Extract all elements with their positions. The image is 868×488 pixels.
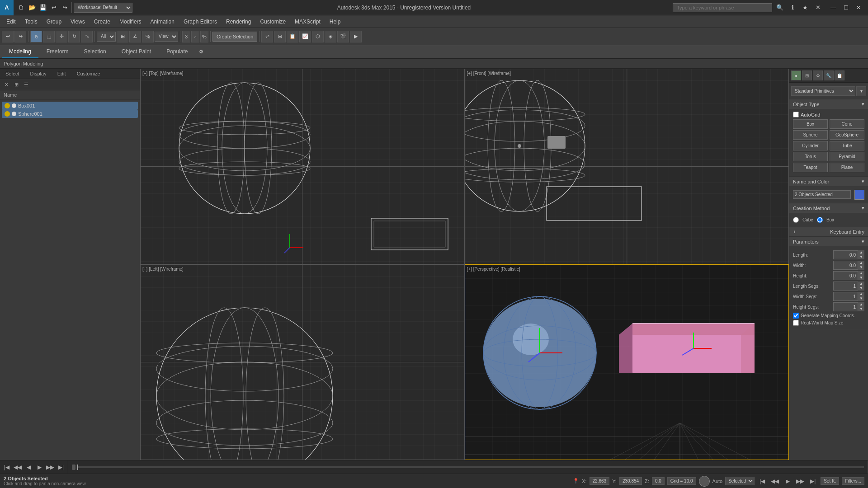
length-segs-down[interactable]: ▼ — [858, 286, 864, 291]
menu-item-edit[interactable]: Edit — [2, 17, 20, 27]
menu-item-create[interactable]: Create — [90, 17, 115, 27]
height-up[interactable]: ▲ — [858, 271, 864, 276]
menu-item-graph-editors[interactable]: Graph Editors — [179, 17, 222, 27]
length-up[interactable]: ▲ — [858, 250, 864, 255]
viewport-perspective[interactable]: [+] [Perspective] [Realistic] — [465, 264, 789, 460]
box-radio[interactable] — [817, 217, 823, 223]
info-button[interactable]: ℹ — [787, 3, 798, 13]
selected-dropdown[interactable]: Selected — [725, 477, 755, 485]
scale-button[interactable]: ⤡ — [81, 31, 93, 42]
keyboard-entry-header[interactable]: + Keyboard Entry — [789, 227, 868, 236]
pyramid-button[interactable]: Pyramid — [830, 152, 864, 161]
rp-icon4[interactable]: 🔧 — [824, 70, 834, 80]
viewport-left[interactable]: [+] [Left] [Wireframe] — [140, 264, 465, 460]
menu-item-customize[interactable]: Customize — [255, 17, 290, 27]
snap-toggle-button[interactable]: ⊞ — [117, 31, 128, 42]
star-button[interactable]: ★ — [799, 3, 811, 13]
cone-button[interactable]: Cone — [830, 119, 864, 129]
object-name-input[interactable] — [793, 190, 851, 199]
tab-object-paint[interactable]: Object Paint — [114, 46, 158, 58]
rp-icon1[interactable]: ● — [791, 70, 801, 80]
timeline-track[interactable] — [68, 460, 868, 474]
width-up[interactable]: ▲ — [858, 261, 864, 265]
plane-button[interactable]: Plane — [830, 163, 864, 172]
rotate-button[interactable]: ↻ — [68, 31, 80, 42]
tabbar-extra-icon[interactable]: ⚙ — [196, 47, 206, 56]
length-input[interactable] — [833, 250, 858, 259]
creation-method-header[interactable]: Creation Method ▾ — [789, 203, 868, 213]
teapot-button[interactable]: Teapot — [793, 163, 828, 172]
height-segs-up[interactable]: ▲ — [858, 302, 864, 307]
box-button[interactable]: Box — [793, 119, 828, 129]
sphere-button[interactable]: Sphere — [793, 130, 828, 140]
viewport-front[interactable]: [+] [Front] [Wireframe] — [465, 69, 789, 264]
parameters-header[interactable]: Parameters ▾ — [789, 237, 868, 246]
name-color-header[interactable]: Name and Color ▾ — [789, 177, 868, 186]
save-button[interactable]: 💾 — [38, 3, 48, 13]
standard-primitives-dropdown[interactable]: Standard Primitives — [791, 86, 855, 96]
lp-tab-display[interactable]: Display — [25, 69, 52, 79]
width-input[interactable] — [833, 261, 858, 270]
tl-prev-key[interactable]: ◀◀ — [13, 462, 23, 472]
rp-icon5[interactable]: 📋 — [835, 70, 844, 80]
angle-snap-button[interactable]: ∠ — [129, 31, 141, 42]
height-segs-down[interactable]: ▼ — [858, 307, 864, 311]
schematic-button[interactable]: ⬡ — [312, 31, 324, 42]
color-swatch[interactable] — [854, 190, 864, 200]
lp-tab-edit[interactable]: Edit — [52, 69, 71, 79]
workspace-dropdown[interactable]: Workspace: Default — [74, 3, 132, 13]
torus-button[interactable]: Torus — [793, 152, 828, 161]
tl-next-key[interactable]: ▶▶ — [45, 462, 55, 472]
move-button[interactable]: ✛ — [56, 31, 67, 42]
scene-item-sphere001[interactable]: Sphere001 — [2, 110, 138, 118]
tab-modeling[interactable]: Modeling — [2, 46, 38, 58]
lp-expand-button[interactable]: ⊞ — [12, 80, 21, 89]
tl-prev-frame[interactable]: |◀ — [2, 462, 12, 472]
maximize-button[interactable]: ☐ — [840, 3, 852, 12]
geosphere-button[interactable]: GeoSphere — [830, 130, 864, 140]
tab-freeform[interactable]: Freeform — [39, 46, 76, 58]
tl-play-back[interactable]: ◀ — [24, 462, 33, 472]
view-dropdown[interactable]: View — [155, 32, 178, 42]
lp-options-button[interactable]: ☰ — [22, 80, 31, 89]
num-dot-button[interactable]: ₙ — [191, 31, 199, 42]
undo-button[interactable]: ↩ — [49, 3, 59, 13]
tl-next-frame[interactable]: ▶| — [56, 462, 66, 472]
play-status[interactable]: ▶ — [783, 476, 793, 486]
layer-button[interactable]: 📋 — [287, 31, 298, 42]
close-button[interactable]: ✕ — [853, 3, 864, 12]
menu-item-modifiers[interactable]: Modifiers — [115, 17, 146, 27]
width-segs-down[interactable]: ▼ — [858, 296, 864, 301]
menu-item-maxscript[interactable]: MAXScript — [290, 17, 325, 27]
menu-item-group[interactable]: Group — [42, 17, 66, 27]
height-input[interactable] — [833, 271, 858, 280]
prev-key-status[interactable]: ◀◀ — [770, 476, 780, 486]
align-button[interactable]: ⊟ — [274, 31, 286, 42]
tab-selection[interactable]: Selection — [76, 46, 113, 58]
rp-icon2[interactable]: ⊞ — [802, 70, 812, 80]
rp-icon3[interactable]: ⚙ — [813, 70, 823, 80]
menu-item-animation[interactable]: Animation — [146, 17, 179, 27]
scene-item-box001[interactable]: Box001 — [2, 102, 138, 110]
lp-close-button[interactable]: ✕ — [2, 80, 11, 89]
cylinder-button[interactable]: Cylinder — [793, 141, 828, 150]
new-button[interactable]: 🗋 — [16, 3, 26, 13]
menu-item-views[interactable]: Views — [66, 17, 90, 27]
lp-tab-select[interactable]: Select — [0, 69, 25, 79]
filter-dropdown[interactable]: All — [97, 32, 116, 42]
material-editor-button[interactable]: ◈ — [325, 31, 336, 42]
cube-radio[interactable] — [793, 217, 799, 223]
viewport-top[interactable]: [+] [Top] [Wireframe] — [140, 69, 465, 264]
length-segs-up[interactable]: ▲ — [858, 282, 864, 286]
redo-tb-button[interactable]: ↪ — [14, 31, 26, 42]
select-region-button[interactable]: ⬚ — [43, 31, 55, 42]
create-selection-button[interactable]: Create Selection — [212, 32, 257, 42]
quick-render-button[interactable]: ▶ — [350, 31, 362, 42]
render-setup-button[interactable]: 🎬 — [337, 31, 349, 42]
tube-button[interactable]: Tube — [830, 141, 864, 150]
num3-button[interactable]: 3 — [182, 31, 190, 42]
set-k-label[interactable]: Set K. — [821, 477, 839, 485]
menu-item-help[interactable]: Help — [325, 17, 345, 27]
height-down[interactable]: ▼ — [858, 276, 864, 280]
x-coord[interactable]: 22.663 — [590, 477, 610, 485]
